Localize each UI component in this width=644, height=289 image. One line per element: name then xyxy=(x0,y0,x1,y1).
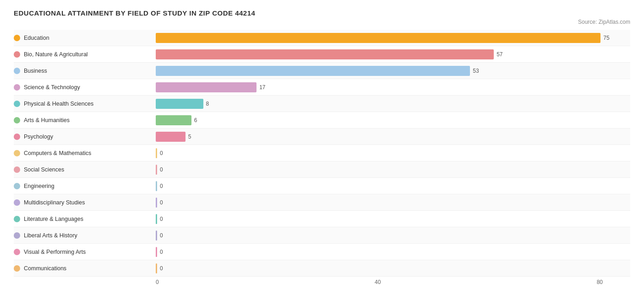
dot-icon xyxy=(14,35,20,41)
table-row: Communications0 xyxy=(14,260,630,277)
bar xyxy=(156,214,157,224)
bar xyxy=(156,115,191,125)
bar-area: 53 xyxy=(156,63,630,79)
bar-label: Education xyxy=(24,35,49,41)
bar-value: 0 xyxy=(160,199,163,206)
chart-title: EDUCATIONAL ATTAINMENT BY FIELD OF STUDY… xyxy=(14,9,630,17)
bar-label: Visual & Performing Arts xyxy=(24,249,86,255)
bar-label-area: Multidisciplinary Studies xyxy=(14,199,156,206)
bar xyxy=(156,230,157,241)
bar-label-area: Liberal Arts & History xyxy=(14,232,156,239)
bar-value: 0 xyxy=(160,216,163,222)
bar-value: 53 xyxy=(473,68,479,74)
x-axis-label: 40 xyxy=(375,279,381,285)
dot-icon xyxy=(14,183,20,189)
bar-value: 0 xyxy=(160,183,163,189)
dot-icon xyxy=(14,150,20,156)
bar xyxy=(156,247,157,257)
bar-label: Multidisciplinary Studies xyxy=(24,199,85,206)
bar-label: Communications xyxy=(24,265,66,272)
bar-label-area: Business xyxy=(14,68,156,74)
table-row: Multidisciplinary Studies0 xyxy=(14,194,630,211)
bar-label-area: Literature & Languages xyxy=(14,216,156,222)
bar-label-area: Physical & Health Sciences xyxy=(14,101,156,107)
dot-icon xyxy=(14,199,20,206)
dot-icon xyxy=(14,68,20,74)
bar-label-area: Arts & Humanities xyxy=(14,117,156,123)
bar-label-area: Engineering xyxy=(14,183,156,189)
bar-label-area: Social Sciences xyxy=(14,166,156,173)
table-row: Physical & Health Sciences8 xyxy=(14,96,630,112)
dot-icon xyxy=(14,166,20,173)
bar xyxy=(156,132,186,142)
bar-area: 0 xyxy=(156,244,630,260)
table-row: Psychology5 xyxy=(14,128,630,145)
dot-icon xyxy=(14,249,20,255)
dot-icon xyxy=(14,101,20,107)
dot-icon xyxy=(14,216,20,222)
bar-label: Business xyxy=(24,68,47,74)
bar-label: Computers & Mathematics xyxy=(24,150,91,156)
table-row: Education75 xyxy=(14,30,630,46)
bar-label: Psychology xyxy=(24,134,53,140)
bar xyxy=(156,148,157,158)
bar xyxy=(156,33,600,43)
source-line: Source: ZipAtlas.com xyxy=(14,19,630,25)
bar-label: Engineering xyxy=(24,183,55,189)
bar xyxy=(156,82,257,92)
bar-label-area: Psychology xyxy=(14,134,156,140)
bar-area: 17 xyxy=(156,79,630,95)
bar-area: 57 xyxy=(156,46,630,62)
bar-value: 8 xyxy=(206,101,209,107)
dot-icon xyxy=(14,265,20,272)
bar-area: 8 xyxy=(156,96,630,112)
dot-icon xyxy=(14,134,20,140)
dot-icon xyxy=(14,84,20,91)
bar-label: Physical & Health Sciences xyxy=(24,101,93,107)
bar-value: 0 xyxy=(160,166,163,173)
bar-value: 0 xyxy=(160,150,163,156)
bar-area: 0 xyxy=(156,211,630,227)
bar-area: 0 xyxy=(156,161,630,177)
table-row: Bio, Nature & Agricultural57 xyxy=(14,46,630,63)
bars-area: Education75Bio, Nature & Agricultural57B… xyxy=(14,30,630,277)
bar-area: 6 xyxy=(156,112,630,128)
bar-area: 0 xyxy=(156,145,630,161)
bar-value: 5 xyxy=(188,134,191,140)
x-axis: 04080 xyxy=(156,277,603,285)
dot-icon xyxy=(14,117,20,123)
bar-value: 75 xyxy=(603,35,609,41)
bar-value: 57 xyxy=(497,51,502,58)
x-axis-label: 80 xyxy=(597,279,603,285)
bar xyxy=(156,181,157,191)
bar-label-area: Computers & Mathematics xyxy=(14,150,156,156)
table-row: Business53 xyxy=(14,63,630,79)
bar-label-area: Communications xyxy=(14,265,156,272)
table-row: Science & Technology17 xyxy=(14,79,630,96)
bar-label: Literature & Languages xyxy=(24,216,83,222)
chart-container: Education75Bio, Nature & Agricultural57B… xyxy=(14,30,630,285)
x-axis-label: 0 xyxy=(156,279,159,285)
bar-area: 0 xyxy=(156,260,630,276)
bar-label: Arts & Humanities xyxy=(24,117,70,123)
bar-value: 6 xyxy=(194,117,197,123)
bar-area: 0 xyxy=(156,227,630,243)
bar xyxy=(156,49,494,59)
bar-label: Social Sciences xyxy=(24,166,64,173)
table-row: Visual & Performing Arts0 xyxy=(14,244,630,260)
dot-icon xyxy=(14,232,20,239)
bar-area: 75 xyxy=(156,30,630,46)
dot-icon xyxy=(14,51,20,58)
bar-label-area: Education xyxy=(14,35,156,41)
bar-area: 0 xyxy=(156,178,630,194)
table-row: Arts & Humanities6 xyxy=(14,112,630,128)
table-row: Liberal Arts & History0 xyxy=(14,227,630,244)
bar xyxy=(156,198,157,208)
bar-label: Science & Technology xyxy=(24,84,80,91)
bar-area: 5 xyxy=(156,128,630,144)
bar xyxy=(156,263,157,273)
table-row: Computers & Mathematics0 xyxy=(14,145,630,161)
table-row: Social Sciences0 xyxy=(14,161,630,178)
bar-label-area: Bio, Nature & Agricultural xyxy=(14,51,156,58)
bar-value: 17 xyxy=(259,84,265,91)
